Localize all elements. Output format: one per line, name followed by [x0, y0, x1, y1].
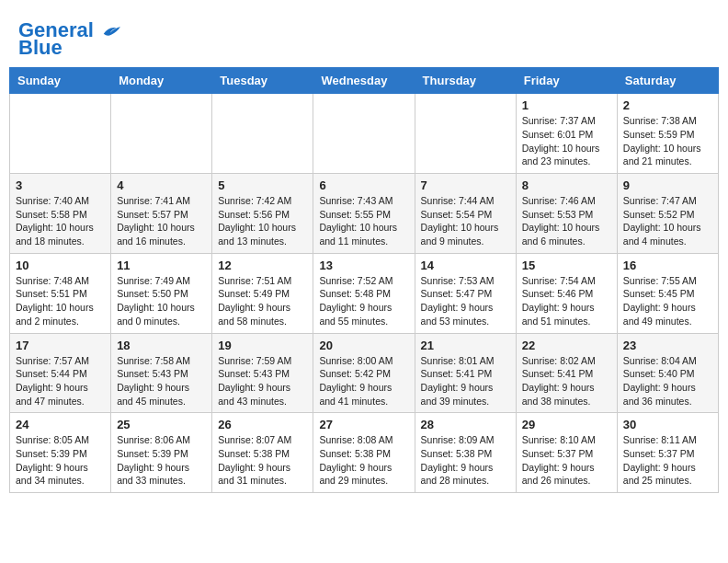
day-number: 18	[117, 339, 206, 352]
weekday-header-friday: Friday	[516, 68, 617, 94]
weekday-header-thursday: Thursday	[415, 68, 516, 94]
calendar-day-26: 26Sunrise: 8:07 AM Sunset: 5:38 PM Dayli…	[212, 413, 313, 493]
day-info: Sunrise: 7:49 AM Sunset: 5:50 PM Dayligh…	[117, 274, 206, 328]
day-info: Sunrise: 7:59 AM Sunset: 5:43 PM Dayligh…	[218, 354, 307, 408]
day-number: 15	[522, 259, 611, 272]
calendar-day-17: 17Sunrise: 7:57 AM Sunset: 5:44 PM Dayli…	[10, 333, 111, 413]
day-info: Sunrise: 8:09 AM Sunset: 5:38 PM Dayligh…	[421, 433, 510, 488]
calendar-day-24: 24Sunrise: 8:05 AM Sunset: 5:39 PM Dayli…	[10, 413, 111, 493]
calendar-day-27: 27Sunrise: 8:08 AM Sunset: 5:38 PM Dayli…	[313, 413, 415, 493]
day-info: Sunrise: 8:02 AM Sunset: 5:41 PM Dayligh…	[522, 354, 611, 408]
day-info: Sunrise: 7:54 AM Sunset: 5:46 PM Dayligh…	[522, 274, 611, 328]
calendar-week-row: 10Sunrise: 7:48 AM Sunset: 5:51 PM Dayli…	[10, 253, 719, 333]
calendar-week-row: 24Sunrise: 8:05 AM Sunset: 5:39 PM Dayli…	[10, 413, 719, 493]
calendar-day-29: 29Sunrise: 8:10 AM Sunset: 5:37 PM Dayli…	[516, 413, 617, 493]
day-info: Sunrise: 7:47 AM Sunset: 5:52 PM Dayligh…	[623, 194, 712, 248]
calendar-day-15: 15Sunrise: 7:54 AM Sunset: 5:46 PM Dayli…	[516, 253, 617, 333]
day-info: Sunrise: 7:44 AM Sunset: 5:54 PM Dayligh…	[421, 194, 510, 248]
calendar-week-row: 17Sunrise: 7:57 AM Sunset: 5:44 PM Dayli…	[10, 333, 719, 413]
weekday-header-wednesday: Wednesday	[313, 68, 415, 94]
weekday-header-tuesday: Tuesday	[212, 68, 313, 94]
day-info: Sunrise: 8:07 AM Sunset: 5:38 PM Dayligh…	[218, 433, 307, 488]
calendar-day-16: 16Sunrise: 7:55 AM Sunset: 5:45 PM Dayli…	[617, 253, 718, 333]
day-info: Sunrise: 7:53 AM Sunset: 5:47 PM Dayligh…	[421, 274, 510, 328]
day-number: 16	[623, 259, 712, 272]
empty-day	[111, 94, 212, 174]
day-number: 9	[623, 178, 712, 192]
calendar-day-6: 6Sunrise: 7:43 AM Sunset: 5:55 PM Daylig…	[313, 174, 415, 254]
day-number: 25	[117, 418, 206, 431]
calendar-day-22: 22Sunrise: 8:02 AM Sunset: 5:41 PM Dayli…	[516, 333, 617, 413]
day-info: Sunrise: 7:57 AM Sunset: 5:44 PM Dayligh…	[16, 354, 105, 408]
calendar-day-23: 23Sunrise: 8:04 AM Sunset: 5:40 PM Dayli…	[617, 333, 718, 413]
day-number: 11	[117, 259, 206, 272]
day-number: 23	[623, 339, 712, 352]
day-info: Sunrise: 7:37 AM Sunset: 6:01 PM Dayligh…	[522, 114, 611, 168]
calendar-day-12: 12Sunrise: 7:51 AM Sunset: 5:49 PM Dayli…	[212, 253, 313, 333]
day-number: 6	[319, 178, 408, 192]
day-info: Sunrise: 7:43 AM Sunset: 5:55 PM Dayligh…	[319, 194, 408, 248]
calendar-week-row: 1Sunrise: 7:37 AM Sunset: 6:01 PM Daylig…	[10, 94, 719, 174]
day-info: Sunrise: 8:04 AM Sunset: 5:40 PM Dayligh…	[623, 354, 712, 408]
day-number: 22	[522, 339, 611, 352]
calendar-table: SundayMondayTuesdayWednesdayThursdayFrid…	[9, 67, 719, 493]
day-number: 24	[16, 418, 105, 431]
day-info: Sunrise: 7:55 AM Sunset: 5:45 PM Dayligh…	[623, 274, 712, 328]
day-number: 8	[522, 178, 611, 192]
empty-day	[415, 94, 516, 174]
day-number: 29	[522, 418, 611, 431]
calendar-day-2: 2Sunrise: 7:38 AM Sunset: 5:59 PM Daylig…	[617, 94, 718, 174]
day-number: 21	[421, 339, 510, 352]
calendar-day-1: 1Sunrise: 7:37 AM Sunset: 6:01 PM Daylig…	[516, 94, 617, 174]
day-number: 10	[16, 259, 105, 272]
day-number: 14	[421, 259, 510, 272]
day-info: Sunrise: 8:01 AM Sunset: 5:41 PM Dayligh…	[421, 354, 510, 408]
day-number: 4	[117, 178, 206, 192]
day-info: Sunrise: 7:51 AM Sunset: 5:49 PM Dayligh…	[218, 274, 307, 328]
day-info: Sunrise: 8:00 AM Sunset: 5:42 PM Dayligh…	[319, 354, 408, 408]
calendar-day-7: 7Sunrise: 7:44 AM Sunset: 5:54 PM Daylig…	[415, 174, 516, 254]
calendar-day-21: 21Sunrise: 8:01 AM Sunset: 5:41 PM Dayli…	[415, 333, 516, 413]
calendar-day-14: 14Sunrise: 7:53 AM Sunset: 5:47 PM Dayli…	[415, 253, 516, 333]
page-header: General Blue	[9, 9, 719, 63]
calendar-day-5: 5Sunrise: 7:42 AM Sunset: 5:56 PM Daylig…	[212, 174, 313, 254]
day-number: 26	[218, 418, 307, 431]
day-number: 20	[319, 339, 408, 352]
day-number: 27	[319, 418, 408, 431]
calendar-day-13: 13Sunrise: 7:52 AM Sunset: 5:48 PM Dayli…	[313, 253, 415, 333]
calendar-day-3: 3Sunrise: 7:40 AM Sunset: 5:58 PM Daylig…	[10, 174, 111, 254]
day-number: 3	[16, 178, 105, 192]
day-info: Sunrise: 7:42 AM Sunset: 5:56 PM Dayligh…	[218, 194, 307, 248]
day-info: Sunrise: 7:48 AM Sunset: 5:51 PM Dayligh…	[16, 274, 105, 328]
day-number: 2	[623, 98, 712, 112]
empty-day	[212, 94, 313, 174]
day-number: 13	[319, 259, 408, 272]
day-info: Sunrise: 7:46 AM Sunset: 5:53 PM Dayligh…	[522, 194, 611, 248]
day-info: Sunrise: 7:52 AM Sunset: 5:48 PM Dayligh…	[319, 274, 408, 328]
day-info: Sunrise: 7:38 AM Sunset: 5:59 PM Dayligh…	[623, 114, 712, 168]
day-number: 5	[218, 178, 307, 192]
day-info: Sunrise: 7:40 AM Sunset: 5:58 PM Dayligh…	[16, 194, 105, 248]
day-number: 1	[522, 98, 611, 112]
day-info: Sunrise: 8:08 AM Sunset: 5:38 PM Dayligh…	[319, 433, 408, 488]
calendar-day-11: 11Sunrise: 7:49 AM Sunset: 5:50 PM Dayli…	[111, 253, 212, 333]
day-info: Sunrise: 7:41 AM Sunset: 5:57 PM Dayligh…	[117, 194, 206, 248]
logo: General Blue	[18, 18, 121, 58]
day-number: 17	[16, 339, 105, 352]
calendar-day-9: 9Sunrise: 7:47 AM Sunset: 5:52 PM Daylig…	[617, 174, 718, 254]
day-number: 7	[421, 178, 510, 192]
empty-day	[10, 94, 111, 174]
calendar-day-4: 4Sunrise: 7:41 AM Sunset: 5:57 PM Daylig…	[111, 174, 212, 254]
day-info: Sunrise: 7:58 AM Sunset: 5:43 PM Dayligh…	[117, 354, 206, 408]
empty-day	[313, 94, 415, 174]
calendar-day-20: 20Sunrise: 8:00 AM Sunset: 5:42 PM Dayli…	[313, 333, 415, 413]
day-number: 28	[421, 418, 510, 431]
day-info: Sunrise: 8:10 AM Sunset: 5:37 PM Dayligh…	[522, 433, 611, 488]
day-info: Sunrise: 8:05 AM Sunset: 5:39 PM Dayligh…	[16, 433, 105, 488]
calendar-day-8: 8Sunrise: 7:46 AM Sunset: 5:53 PM Daylig…	[516, 174, 617, 254]
day-number: 30	[623, 418, 712, 431]
calendar-header-row: SundayMondayTuesdayWednesdayThursdayFrid…	[10, 68, 719, 94]
calendar-day-28: 28Sunrise: 8:09 AM Sunset: 5:38 PM Dayli…	[415, 413, 516, 493]
weekday-header-saturday: Saturday	[617, 68, 718, 94]
weekday-header-sunday: Sunday	[10, 68, 111, 94]
